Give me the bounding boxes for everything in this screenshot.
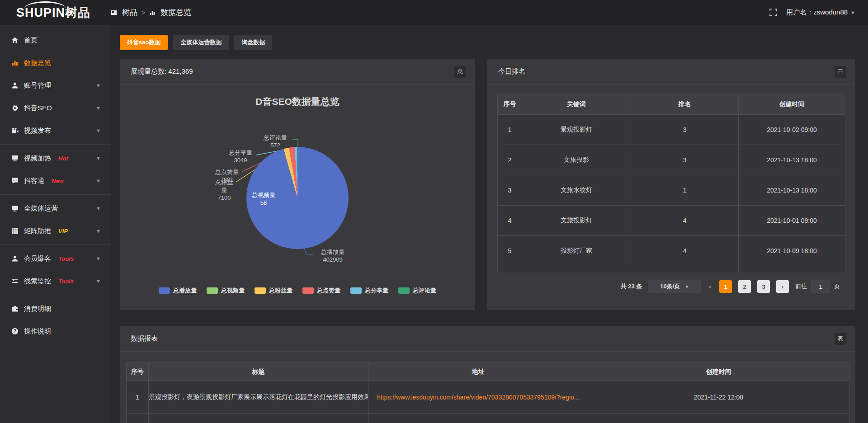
sidebar-item-matrix-boost[interactable]: 矩阵助推 VIP ▼	[0, 220, 111, 242]
sidebar-item-label: 视频发布	[24, 127, 51, 135]
cell-index: 5	[498, 236, 522, 266]
cell-created: 2021-11-22 12:08	[588, 381, 849, 414]
sidebar-item-label: 会员爆客	[24, 254, 51, 263]
breadcrumb-root[interactable]: 树品	[122, 7, 137, 18]
legend-item-comments[interactable]: 总评论量	[398, 287, 436, 295]
cell-created: 2021-10-02 09:00	[738, 115, 845, 145]
question-icon: ?	[11, 328, 19, 335]
ranking-panel: 今日排名 日 序号 关键词 排名 创建时间	[487, 59, 855, 310]
page-button-2[interactable]: 2	[738, 280, 751, 293]
chevron-down-icon: ▼	[96, 83, 101, 88]
sidebar-item-label: 矩阵助推	[24, 227, 51, 235]
goto-label: 前往	[795, 282, 807, 291]
cell-keyword: 文旅投影	[522, 145, 631, 175]
sidebar-item-media-operation[interactable]: 全媒体运营 ▼	[0, 197, 111, 220]
sidebar-item-data-overview[interactable]: 数据总览	[0, 52, 111, 74]
sidebar-item-douketong[interactable]: 抖客通 New ▼	[0, 169, 111, 192]
legend-swatch	[398, 287, 410, 294]
sidebar-item-consumption[interactable]: 消费明细	[0, 297, 111, 320]
display-icon	[11, 205, 19, 212]
sidebar-item-account[interactable]: 账号管理 ▼	[0, 74, 111, 97]
goto-page-input[interactable]	[811, 280, 830, 293]
table-row: 2 文旅投影 3 2021-10-13 18:00	[498, 145, 845, 175]
legend-item-likes[interactable]: 总点赞量	[302, 287, 340, 295]
page-button-1[interactable]: 1	[719, 280, 732, 293]
report-corner-button[interactable]: 表	[835, 333, 846, 345]
sidebar-item-member-burst[interactable]: 会员爆客 Tools ▼	[0, 247, 111, 270]
page-button-3[interactable]: 3	[757, 280, 770, 293]
sidebar-item-help[interactable]: ? 操作说明	[0, 320, 111, 343]
ranking-table: 序号 关键词 排名 创建时间 1 景观投影灯 3 2021-10-02 09:0…	[497, 94, 845, 273]
column-header: 地址	[368, 363, 588, 381]
legend-item-shares[interactable]: 总分享量	[350, 287, 388, 295]
overview-corner-button[interactable]: 总	[454, 66, 466, 78]
cell-created: 2021-10-01 09:00	[738, 206, 845, 236]
chart-title: D音SEO数据量总览	[120, 95, 475, 108]
cell-keyword: 文旅水纹灯	[522, 175, 631, 206]
sidebar-item-label: 首页	[24, 36, 38, 45]
sidebar-item-label: 数据总览	[24, 59, 51, 67]
legend-item-fans[interactable]: 总粉丝量	[255, 287, 292, 295]
tab-inquiry[interactable]: 询盘数据	[234, 35, 272, 50]
cell-video-link[interactable]: https://www.iesdouyin.com/share/video/70…	[368, 381, 588, 414]
cell-rank: 4	[631, 236, 739, 266]
cell-keyword: 文旅投影灯	[522, 206, 631, 236]
sidebar-item-label: 抖客通	[24, 177, 44, 185]
top-header: SHUPIN树品 树品 > 数据总览 用户名：zswodun88 ▼	[0, 0, 868, 25]
tools-badge: Tools	[58, 278, 74, 285]
sidebar-item-label: 消费明细	[24, 305, 51, 313]
page-size-select[interactable]: 10条/页 ▼	[648, 280, 701, 293]
chevron-down-icon: ▼	[96, 105, 101, 111]
column-header: 序号	[126, 363, 149, 381]
table-row	[498, 266, 845, 273]
legend-swatch	[255, 287, 266, 294]
breadcrumb-current: 数据总览	[160, 7, 191, 18]
cell-title: 景观投影灯，夜游景观投影灯厂家展示展示落花灯在花园里的灯光投影应用效果 #	[149, 381, 368, 414]
chevron-down-icon: ▼	[96, 206, 101, 211]
legend-item-videos[interactable]: 总视频量	[207, 287, 245, 295]
sidebar-item-video-publish[interactable]: 视频发布 ▼	[0, 119, 111, 142]
chevron-down-icon: ▼	[96, 178, 101, 183]
overview-panel: 展现量总数: 421,369 总 D音SEO数据量总览 总评论量 572	[120, 59, 475, 310]
ranking-title: 今日排名	[498, 67, 525, 76]
tab-douyin-seo[interactable]: 抖音seo数据	[120, 35, 168, 50]
table-row: 4 文旅投影灯 4 2021-10-01 09:00	[498, 206, 845, 236]
breadcrumb-current-icon	[149, 9, 156, 16]
breadcrumb: 树品 > 数据总览	[111, 7, 191, 18]
sidebar-item-lead-monitor[interactable]: 线索监控 Tools ▼	[0, 270, 111, 292]
ranking-corner-button[interactable]: 日	[835, 66, 846, 78]
user-menu[interactable]: 用户名：zswodun88 ▼	[786, 8, 855, 17]
hot-badge: Hot	[58, 155, 68, 162]
fullscreen-icon[interactable]	[769, 9, 777, 16]
sidebar-item-home[interactable]: 首页	[0, 29, 111, 52]
sliders-icon	[11, 277, 19, 285]
pie-label-plays: 总播放量 402909	[313, 248, 352, 263]
monitor-icon	[11, 155, 19, 162]
cell-index: 2	[498, 145, 522, 175]
legend-swatch	[302, 287, 314, 294]
chart-legend: 总播放量 总视频量 总粉丝量 总点赞量 总分享量 总评论量	[120, 287, 475, 295]
home-icon	[11, 37, 19, 44]
cell-rank: 4	[631, 206, 739, 236]
sidebar-item-douyin-seo[interactable]: 抖音SEO ▼	[0, 97, 111, 119]
prev-page-button[interactable]: ‹	[707, 283, 713, 290]
legend-item-plays[interactable]: 总播放量	[159, 287, 197, 295]
username-label: 用户名：zswodun88	[786, 8, 848, 17]
pie-label-comments: 总评论量 572	[255, 134, 295, 149]
person-icon	[11, 255, 19, 262]
logo-text: SHUPIN树品	[16, 5, 90, 21]
pie-label-shares: 总分享量 3049	[225, 149, 256, 164]
sidebar-item-label: 线索监控	[24, 277, 51, 286]
cell-created: 2021-10-13 18:00	[738, 145, 845, 175]
sidebar-divider	[0, 144, 111, 145]
pagination-total: 共 23 条	[621, 282, 642, 291]
cell-index: 3	[498, 175, 522, 206]
new-badge: New	[52, 178, 64, 184]
chevron-down-icon: ▼	[96, 256, 101, 261]
cell-rank: 3	[631, 145, 739, 175]
tab-media-operation[interactable]: 全媒体运营数据	[173, 35, 229, 50]
chat-bubble-icon	[11, 177, 19, 184]
video-camera-icon	[11, 127, 19, 134]
next-page-button[interactable]: ›	[776, 280, 789, 293]
sidebar-item-video-heat[interactable]: 视频加热 Hot ▼	[0, 147, 111, 169]
